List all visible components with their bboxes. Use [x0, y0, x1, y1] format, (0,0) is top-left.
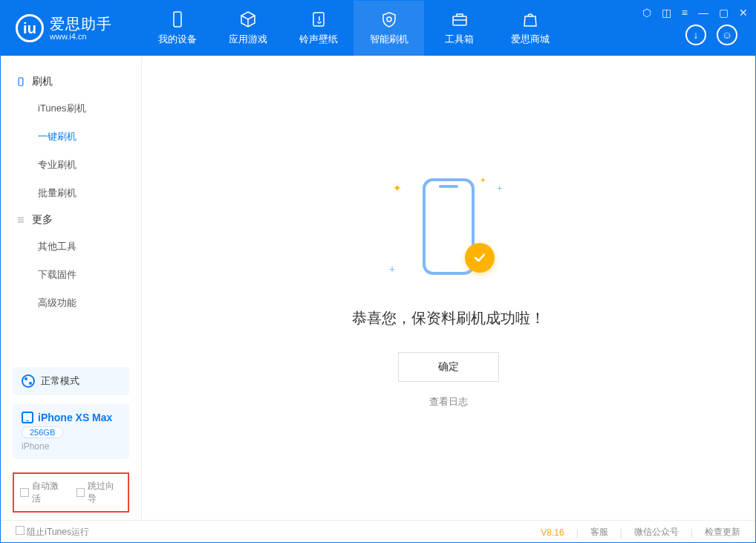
support-link[interactable]: 客服 — [590, 526, 608, 539]
tab-label: 爱思商城 — [511, 33, 550, 46]
device-small-icon — [22, 412, 33, 423]
music-icon — [310, 10, 328, 28]
list-icon — [16, 215, 26, 225]
version-label: V8.16 — [541, 527, 564, 538]
tab-label: 我的设备 — [158, 33, 197, 46]
check-badge-icon — [465, 243, 495, 273]
shirt-icon[interactable]: ⬡ — [642, 7, 651, 19]
logo-icon: iu — [16, 14, 44, 42]
svg-rect-3 — [19, 78, 23, 86]
tab-label: 应用游戏 — [229, 33, 267, 46]
cube-icon — [239, 10, 257, 28]
app-header: iu 爱思助手 www.i4.cn 我的设备 应用游戏 铃声壁纸 智能刷机 工具… — [1, 1, 755, 56]
header-actions: ↓ ☺ — [685, 25, 737, 45]
view-log-link[interactable]: 查看日志 — [429, 395, 468, 409]
device-card[interactable]: iPhone XS Max 256GB iPhone — [13, 404, 129, 459]
phone-outline-icon — [16, 77, 26, 87]
tab-my-device[interactable]: 我的设备 — [142, 1, 212, 56]
device-icon — [169, 10, 186, 28]
wechat-link[interactable]: 微信公众号 — [634, 526, 679, 539]
sparkle-icon: ✦ — [480, 176, 486, 184]
sidebar-item-advanced[interactable]: 高级功能 — [1, 289, 141, 317]
tab-toolbox[interactable]: 工具箱 — [424, 1, 495, 56]
sparkle-icon: + — [389, 263, 395, 275]
success-message: 恭喜您，保资料刷机成功啦！ — [352, 308, 545, 328]
sidebar-section-more: 更多 — [1, 207, 141, 233]
tab-label: 铃声壁纸 — [299, 33, 338, 46]
option-skip-guide[interactable]: 跳过向导 — [76, 480, 123, 505]
checkbox-icon — [76, 488, 85, 497]
tab-label: 工具箱 — [445, 33, 474, 46]
toolbox-icon — [451, 10, 469, 28]
svg-rect-0 — [174, 12, 181, 27]
main-content: ✦ ✦ + + 恭喜您，保资料刷机成功啦！ 确定 查看日志 — [142, 56, 755, 520]
sidebar-item-oneclick-flash[interactable]: 一键刷机 — [1, 123, 141, 151]
svg-rect-2 — [453, 16, 466, 25]
tab-ringtones[interactable]: 铃声壁纸 — [283, 1, 353, 56]
checkbox-icon — [16, 526, 25, 535]
app-logo: iu 爱思助手 www.i4.cn — [1, 1, 142, 56]
device-name: iPhone XS Max — [38, 412, 112, 423]
bag-icon — [521, 10, 539, 28]
sidebar-item-other-tools[interactable]: 其他工具 — [1, 233, 141, 261]
window-controls: ⬡ ◫ ≡ — ▢ ✕ — [642, 7, 748, 19]
sidebar-item-download-firmware[interactable]: 下载固件 — [1, 261, 141, 289]
tab-apps[interactable]: 应用游戏 — [212, 1, 283, 56]
menu-icon[interactable]: ≡ — [682, 7, 688, 19]
success-illustration: ✦ ✦ + + — [389, 167, 508, 286]
option-block-itunes[interactable]: 阻止iTunes运行 — [16, 526, 89, 539]
checkbox-icon — [20, 488, 29, 497]
lock-icon[interactable]: ◫ — [662, 7, 671, 19]
tab-store[interactable]: 爱思商城 — [495, 1, 565, 56]
download-icon[interactable]: ↓ — [685, 25, 706, 45]
sidebar: 刷机 iTunes刷机 一键刷机 专业刷机 批量刷机 更多 其他工具 下载固件 … — [1, 56, 142, 520]
option-auto-activate[interactable]: 自动激活 — [20, 480, 66, 505]
device-capacity: 256GB — [22, 426, 63, 438]
user-icon[interactable]: ☺ — [717, 25, 737, 45]
close-button[interactable]: ✕ — [739, 7, 748, 19]
device-type: iPhone — [22, 441, 49, 452]
check-update-link[interactable]: 检查更新 — [705, 526, 740, 539]
status-bar: 阻止iTunes运行 V8.16 | 客服 | 微信公众号 | 检查更新 — [1, 520, 755, 543]
app-name: 爱思助手 — [50, 16, 112, 32]
mode-label: 正常模式 — [41, 374, 79, 388]
flash-options: 自动激活 跳过向导 — [13, 472, 129, 513]
maximize-button[interactable]: ▢ — [719, 7, 729, 19]
confirm-button[interactable]: 确定 — [398, 352, 499, 382]
tab-label: 智能刷机 — [370, 33, 408, 46]
minimize-button[interactable]: — — [698, 7, 708, 19]
sidebar-item-batch-flash[interactable]: 批量刷机 — [1, 179, 141, 207]
mode-icon — [22, 374, 35, 388]
sparkle-icon: ✦ — [393, 182, 402, 194]
mode-card[interactable]: 正常模式 — [13, 367, 129, 395]
sidebar-section-flash: 刷机 — [1, 69, 141, 94]
app-url: www.i4.cn — [50, 32, 112, 41]
sidebar-item-itunes-flash[interactable]: iTunes刷机 — [1, 94, 141, 123]
sidebar-item-pro-flash[interactable]: 专业刷机 — [1, 151, 141, 179]
sparkle-icon: + — [498, 183, 502, 192]
refresh-shield-icon — [380, 10, 398, 28]
tab-smart-flash[interactable]: 智能刷机 — [353, 1, 424, 56]
svg-rect-1 — [313, 13, 324, 26]
